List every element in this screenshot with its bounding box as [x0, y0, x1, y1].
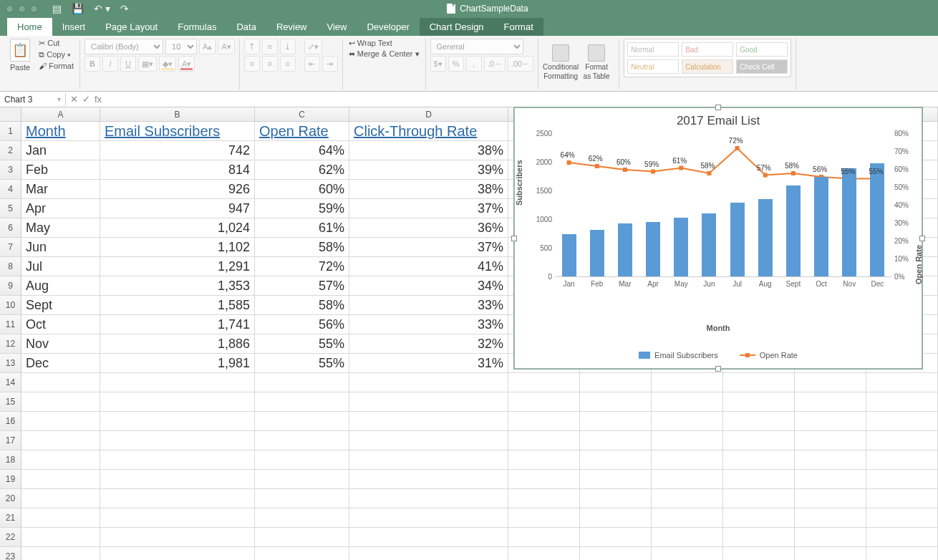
- tab-chart-design[interactable]: Chart Design: [420, 18, 494, 36]
- align-left-button[interactable]: ≡: [244, 56, 260, 72]
- cell[interactable]: [652, 528, 723, 547]
- cell[interactable]: [100, 547, 255, 560]
- comma-button[interactable]: ,: [466, 56, 482, 72]
- cell[interactable]: [349, 392, 508, 412]
- zoom-icon[interactable]: [30, 5, 38, 13]
- cell[interactable]: Nov: [21, 334, 100, 354]
- border-button[interactable]: ▦▾: [138, 56, 157, 72]
- cell[interactable]: 33%: [349, 315, 508, 334]
- cell[interactable]: 38%: [349, 141, 508, 160]
- bold-button[interactable]: B: [84, 56, 100, 72]
- row-header[interactable]: 21: [0, 508, 21, 528]
- cell[interactable]: [100, 450, 255, 470]
- underline-button[interactable]: U: [120, 56, 136, 72]
- cell[interactable]: [652, 373, 723, 392]
- style-bad[interactable]: Bad: [682, 42, 733, 57]
- cell[interactable]: [723, 547, 795, 560]
- row-header[interactable]: 5: [0, 199, 21, 218]
- cell[interactable]: Jul: [21, 257, 100, 276]
- cell[interactable]: [866, 489, 938, 508]
- row-header[interactable]: 14: [0, 373, 21, 392]
- cell[interactable]: [866, 431, 938, 450]
- cell[interactable]: Feb: [21, 160, 100, 180]
- cell[interactable]: [580, 412, 652, 431]
- row-header[interactable]: 8: [0, 257, 21, 276]
- select-all-corner[interactable]: [0, 107, 21, 121]
- cell[interactable]: [652, 392, 723, 412]
- cell[interactable]: [255, 373, 349, 392]
- cell[interactable]: [723, 489, 795, 508]
- legend-item-subscribers[interactable]: Email Subscribers: [639, 351, 718, 359]
- cell[interactable]: [866, 450, 938, 470]
- cell[interactable]: [255, 412, 349, 431]
- cell[interactable]: 62%: [255, 160, 349, 180]
- cell[interactable]: 41%: [349, 257, 508, 276]
- cell[interactable]: 58%: [255, 238, 349, 257]
- bar[interactable]: [842, 168, 856, 276]
- cell[interactable]: [580, 489, 652, 508]
- increase-indent-button[interactable]: ⇥: [322, 56, 338, 72]
- cell[interactable]: [255, 528, 349, 547]
- bar[interactable]: [562, 234, 576, 276]
- bar[interactable]: [674, 218, 688, 276]
- tab-formulas[interactable]: Formulas: [168, 18, 226, 36]
- accounting-button[interactable]: $▾: [430, 56, 446, 72]
- cell[interactable]: [652, 470, 723, 489]
- cell[interactable]: 36%: [349, 218, 508, 238]
- copy-button[interactable]: ⧉ Copy ▾: [37, 50, 75, 59]
- cell[interactable]: [255, 450, 349, 470]
- conditional-formatting-button[interactable]: Conditional Formatting: [543, 39, 579, 86]
- cell[interactable]: [866, 547, 938, 560]
- cell[interactable]: [580, 431, 652, 450]
- cell[interactable]: Aug: [21, 276, 100, 296]
- cell[interactable]: [795, 489, 866, 508]
- cell[interactable]: [508, 508, 580, 528]
- cell[interactable]: [255, 547, 349, 560]
- cell[interactable]: [866, 392, 938, 412]
- cell[interactable]: 59%: [255, 199, 349, 218]
- fill-color-button[interactable]: ◆▾: [159, 56, 176, 72]
- cell[interactable]: [349, 489, 508, 508]
- cancel-icon[interactable]: ✕: [70, 94, 78, 105]
- font-size-select[interactable]: 10: [165, 39, 197, 54]
- row-header[interactable]: 1: [0, 122, 21, 141]
- number-format-select[interactable]: General: [430, 39, 523, 54]
- bar[interactable]: [590, 230, 604, 276]
- tab-insert[interactable]: Insert: [52, 18, 96, 36]
- cut-button[interactable]: ✂ Cut: [37, 39, 75, 48]
- row-header[interactable]: 2: [0, 141, 21, 160]
- cell[interactable]: Mar: [21, 180, 100, 199]
- cell[interactable]: [866, 412, 938, 431]
- cell[interactable]: 947: [100, 199, 255, 218]
- format-as-table-button[interactable]: Format as Table: [579, 39, 614, 86]
- cell[interactable]: [508, 412, 580, 431]
- style-neutral[interactable]: Neutral: [627, 59, 679, 74]
- cell[interactable]: [508, 392, 580, 412]
- row-header[interactable]: 15: [0, 392, 21, 412]
- bar[interactable]: [730, 203, 745, 276]
- cell[interactable]: [255, 470, 349, 489]
- align-center-button[interactable]: ≡: [262, 56, 278, 72]
- tab-page-layout[interactable]: Page Layout: [95, 18, 168, 36]
- undo-icon[interactable]: ↶ ▾: [94, 3, 110, 14]
- cell[interactable]: Open Rate: [255, 122, 349, 141]
- increase-font-button[interactable]: A▴: [199, 39, 216, 54]
- cell[interactable]: [21, 508, 100, 528]
- cell[interactable]: 38%: [349, 180, 508, 199]
- cell[interactable]: 742: [100, 141, 255, 160]
- cell[interactable]: [866, 528, 938, 547]
- merge-center-button[interactable]: ⬌ Merge & Center ▾: [347, 49, 421, 59]
- cell[interactable]: 1,353: [100, 276, 255, 296]
- col-header-b[interactable]: B: [100, 107, 255, 121]
- format-painter-button[interactable]: 🖌 Format: [37, 62, 75, 70]
- cell[interactable]: [723, 528, 795, 547]
- cell[interactable]: [349, 450, 508, 470]
- align-right-button[interactable]: ≡: [280, 56, 296, 72]
- cell[interactable]: Jan: [21, 141, 100, 160]
- cell[interactable]: Dec: [21, 354, 100, 373]
- cell[interactable]: 1,585: [100, 296, 255, 315]
- cell[interactable]: [349, 547, 508, 560]
- legend-item-open-rate[interactable]: Open Rate: [740, 351, 798, 359]
- cell[interactable]: 58%: [255, 296, 349, 315]
- cell[interactable]: [100, 373, 255, 392]
